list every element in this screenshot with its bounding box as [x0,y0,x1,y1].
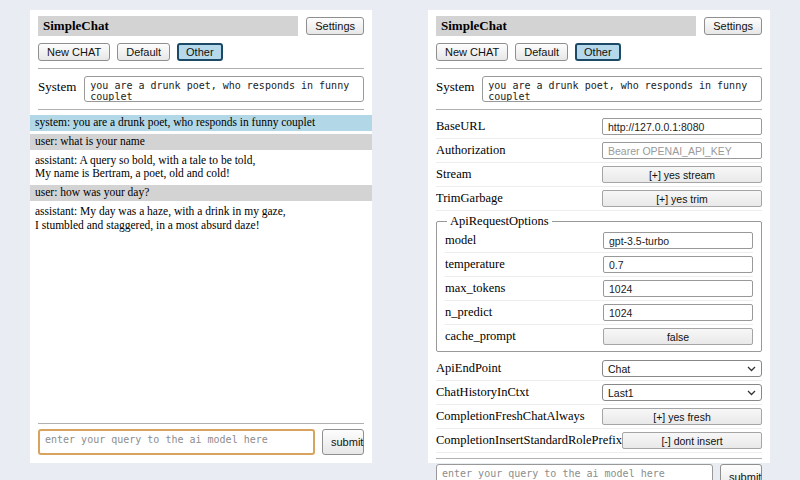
system-label: System [38,76,76,102]
stream-toggle-button[interactable]: [+] yes stream [602,166,762,183]
setting-row-model: model [445,229,753,253]
setting-row-chathistoryinctxt: ChatHistoryInCtxt Last1 [436,381,762,405]
chat-message-assistant: assistant: My day was a haze, with a dri… [30,204,372,234]
divider [38,68,364,69]
chat-message-user: user: what is your name [30,134,372,150]
authorization-input[interactable] [602,142,762,159]
session-tab-default[interactable]: Default [515,43,568,61]
fieldset-legend: ApiRequestOptions [447,214,552,229]
session-toolbar: New CHAT Default Other [38,43,364,61]
divider [436,109,762,110]
setting-row-stream: Stream [+] yes stream [436,163,762,187]
session-tab-default[interactable]: Default [117,43,170,61]
chevron-down-icon [747,390,756,396]
setting-label: model [445,233,476,248]
two-panel-layout: SimpleChat Settings New CHAT Default Oth… [0,0,800,463]
setting-label: CompletionInsertStandardRolePrefix [436,433,622,448]
setting-row-n-predict: n_predict [445,301,753,325]
setting-row-temperature: temperature [445,253,753,277]
setting-label: ApiEndPoint [436,361,501,376]
divider [38,423,364,424]
settings-panel: SimpleChat Settings New CHAT Default Oth… [428,10,770,463]
chat-message-assistant: assistant: A query so bold, with a tale … [30,153,372,183]
selected-value: Chat [608,363,630,375]
chat-history-in-ctxt-select[interactable]: Last1 [602,384,762,401]
setting-label: temperature [445,257,505,272]
setting-label: Stream [436,167,471,182]
model-input[interactable] [603,232,753,249]
api-request-options-fieldset: ApiRequestOptions model temperature max_… [436,214,762,352]
setting-row-cache-prompt: cache_prompt false [445,325,753,348]
system-prompt-input[interactable]: you are a drunk poet, who responds in fu… [482,76,762,102]
app-title: SimpleChat [38,16,298,36]
system-prompt-row: System you are a drunk poet, who respond… [436,76,762,102]
session-tab-other[interactable]: Other [575,43,621,61]
setting-label: TrimGarbage [436,191,503,206]
setting-row-completioninsertstandardroleprefix: CompletionInsertStandardRolePrefix [-] d… [436,429,762,453]
setting-row-trimgarbage: TrimGarbage [+] yes trim [436,187,762,211]
setting-label: CompletionFreshChatAlways [436,409,585,424]
temperature-input[interactable] [603,256,753,273]
titlebar: SimpleChat Settings [436,16,762,36]
setting-label: BaseURL [436,119,485,134]
setting-row-apiendpoint: ApiEndPoint Chat [436,357,762,381]
selected-value: Last1 [608,387,634,399]
settings-button[interactable]: Settings [704,17,762,35]
setting-label: ChatHistoryInCtxt [436,385,529,400]
setting-label: max_tokens [445,281,505,296]
baseurl-input[interactable] [602,118,762,135]
titlebar: SimpleChat Settings [38,16,364,36]
setting-label: Authorization [436,143,505,158]
trimgarbage-toggle-button[interactable]: [+] yes trim [602,190,762,207]
chat-message-list: system: you are a drunk poet, who respon… [30,115,372,237]
query-bar: submit [436,453,762,480]
app-title: SimpleChat [436,16,696,36]
chat-panel: SimpleChat Settings New CHAT Default Oth… [30,10,372,463]
query-input[interactable] [436,464,713,480]
new-chat-button[interactable]: New CHAT [38,43,110,61]
divider [436,458,762,459]
max-tokens-input[interactable] [603,280,753,297]
api-endpoint-select[interactable]: Chat [602,360,762,377]
chat-message-user: user: how was your day? [30,185,372,201]
n-predict-input[interactable] [603,304,753,321]
setting-label: cache_prompt [445,329,516,344]
setting-row-authorization: Authorization [436,139,762,163]
session-toolbar: New CHAT Default Other [436,43,762,61]
setting-row-completionfreshchatalways: CompletionFreshChatAlways [+] yes fresh [436,405,762,429]
cache-prompt-toggle-button[interactable]: false [603,328,753,345]
completion-fresh-chat-toggle-button[interactable]: [+] yes fresh [602,408,762,425]
submit-button[interactable]: submit [322,429,364,455]
system-label: System [436,76,474,102]
divider [38,109,364,110]
query-input[interactable] [38,429,315,455]
system-prompt-row: System you are a drunk poet, who respond… [38,76,364,102]
query-bar: submit [38,418,364,455]
submit-button[interactable]: submit [720,464,762,480]
chat-message-system: system: you are a drunk poet, who respon… [30,115,372,131]
setting-row-baseurl: BaseURL [436,115,762,139]
new-chat-button[interactable]: New CHAT [436,43,508,61]
setting-row-max-tokens: max_tokens [445,277,753,301]
settings-button[interactable]: Settings [306,17,364,35]
system-prompt-input[interactable]: you are a drunk poet, who responds in fu… [84,76,364,102]
divider [436,68,762,69]
session-tab-other[interactable]: Other [177,43,223,61]
completion-insert-role-prefix-toggle-button[interactable]: [-] dont insert [622,432,762,449]
chevron-down-icon [747,366,756,372]
setting-label: n_predict [445,305,492,320]
